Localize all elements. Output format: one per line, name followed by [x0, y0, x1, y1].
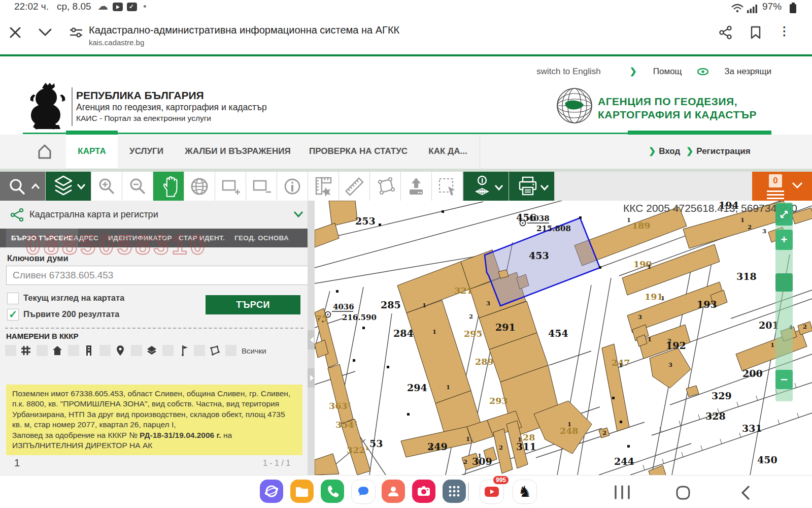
page-url[interactable]: kais.cadastre.bg	[89, 38, 144, 47]
filter-checkbox[interactable]	[5, 345, 16, 356]
browser-menu-icon[interactable]: ⋮	[779, 24, 790, 38]
search-button[interactable]: ТЪРСИ	[206, 295, 300, 314]
zoom-rect-in-tool-button[interactable]	[215, 172, 246, 201]
tab-zhalbi[interactable]: ЖАЛБИ И ВЪЗРАЖЕНИЯ	[175, 135, 301, 168]
filter-checkbox[interactable]	[68, 345, 79, 356]
svg-text:200: 200	[742, 368, 763, 379]
svg-text:2: 2	[602, 429, 606, 436]
camera-app-icon[interactable]	[412, 480, 435, 503]
svg-text:193: 193	[697, 299, 717, 310]
zoom-slider-handle[interactable]	[775, 273, 793, 292]
doc-line	[767, 190, 784, 193]
measure-area-tool-button[interactable]	[308, 172, 339, 201]
chess-app-icon[interactable]: ♞	[513, 480, 537, 504]
page-info: 1 - 1 / 1	[263, 459, 290, 468]
results-heading: НАМЕРЕНИ В КККР	[6, 332, 78, 340]
chevron-down-icon	[791, 181, 803, 189]
cart-documents-button[interactable]: 0	[752, 172, 812, 201]
bookmark-icon[interactable]	[749, 25, 762, 40]
close-tab-icon[interactable]	[8, 25, 22, 40]
recents-button[interactable]	[612, 485, 633, 500]
zoom-rect-out-tool-button[interactable]	[246, 172, 277, 201]
login-link[interactable]: ❯Вход	[649, 146, 680, 156]
result-detail-text: Поземлен имот 67338.605.453, област Слив…	[12, 389, 296, 430]
tab-uslugi[interactable]: УСЛУГИ	[118, 135, 176, 168]
panel-header[interactable]: Кадастрална карта и регистри	[0, 201, 310, 229]
select-tool-button[interactable]	[432, 172, 463, 201]
upload-tool-button[interactable]	[401, 172, 432, 201]
svg-text:2: 2	[469, 313, 473, 320]
polygon-icon	[374, 175, 396, 198]
filter-checkbox-all[interactable]	[225, 345, 236, 356]
doc-line	[767, 198, 784, 200]
search-tool-button[interactable]	[0, 172, 46, 201]
tab-kak-da[interactable]: КАК ДА...	[416, 135, 480, 168]
tab-quick-search[interactable]: БЪРЗО ТЪРСЕНЕ	[6, 229, 78, 247]
filter-checkbox[interactable]	[99, 345, 111, 356]
fullscreen-button[interactable]	[775, 203, 793, 226]
phone-app-icon[interactable]	[321, 480, 344, 503]
svg-text:289: 289	[475, 357, 494, 367]
svg-text:354¹: 354¹	[335, 420, 358, 430]
more-notifications-dot: •	[143, 1, 147, 12]
help-link[interactable]: ❯Помощ	[617, 67, 682, 76]
check-icon: ✓	[9, 308, 18, 321]
tab-geod-basis[interactable]: ГЕОД. ОСНОВА	[234, 229, 289, 247]
layers-tool-button[interactable]	[46, 172, 91, 201]
tab-identifier[interactable]: ИДЕНТИФИКАТОР	[108, 229, 172, 247]
page-number[interactable]: 1	[14, 457, 20, 469]
print-button[interactable]	[509, 172, 555, 201]
zoom-out-button[interactable]: −	[775, 370, 793, 389]
tab-old-ident[interactable]: СТАР ИДЕНТ.	[179, 229, 225, 247]
samsung-internet-app-icon[interactable]	[260, 480, 283, 503]
collapse-chevron-icon[interactable]	[38, 27, 53, 38]
polygon-tool-button[interactable]	[370, 172, 401, 201]
pan-tool-button[interactable]	[153, 172, 184, 201]
tab-karta[interactable]: КАРТА	[66, 135, 118, 168]
globe-tool-button[interactable]	[184, 172, 215, 201]
home-button[interactable]	[675, 485, 691, 501]
filter-checkbox[interactable]	[194, 345, 205, 356]
tab-proverka[interactable]: ПРОВЕРКА НА СТАТУС	[300, 135, 417, 168]
share-icon[interactable]	[719, 25, 733, 40]
result-filter-row: Всички	[5, 344, 303, 357]
youtube-app-icon[interactable]: 995	[480, 480, 504, 504]
chevron-down-icon[interactable]	[293, 211, 303, 218]
status-time: 22:02 ч.	[14, 1, 49, 12]
first-200-checkbox[interactable]: ✓	[7, 309, 19, 321]
map-viewport[interactable]: 2534564534542912852842942495330931124445…	[315, 201, 812, 475]
back-button[interactable]	[740, 485, 751, 501]
messages-app-icon[interactable]	[351, 480, 376, 504]
zoom-out-tool-button[interactable]	[122, 172, 153, 201]
filter-checkbox[interactable]	[37, 345, 48, 356]
zoom-in-button[interactable]: +	[775, 230, 793, 250]
info-tool-button[interactable]	[277, 172, 308, 201]
accessibility-link[interactable]: За незрящи	[697, 67, 771, 76]
svg-text:1: 1	[518, 436, 522, 443]
tab-address[interactable]: АДРЕС	[74, 229, 98, 247]
svg-text:1: 1	[446, 384, 450, 391]
contacts-app-icon[interactable]	[382, 480, 405, 503]
identify-layers-button[interactable]	[463, 172, 509, 201]
filter-checkbox[interactable]	[162, 345, 174, 356]
result-detail[interactable]: Поземлен имот 67338.605.453, област Слив…	[6, 385, 302, 455]
zoom-in-tool-button[interactable]	[91, 172, 122, 201]
filter-checkbox[interactable]	[131, 345, 142, 356]
files-app-icon[interactable]	[290, 480, 314, 503]
apps-grid-icon[interactable]	[443, 480, 466, 503]
logo-divider	[72, 87, 73, 126]
cadastral-map[interactable]: 2534564534542912852842942495330931124445…	[315, 201, 812, 475]
panel-title: Кадастрална карта и регистри	[29, 209, 158, 220]
current-view-checkbox[interactable]	[7, 293, 19, 304]
building-icon	[83, 345, 94, 356]
main-nav: КАРТА УСЛУГИ ЖАЛБИ И ВЪЗРАЖЕНИЯ ПРОВЕРКА…	[0, 135, 812, 169]
measure-distance-tool-button[interactable]	[339, 172, 370, 201]
home-tab[interactable]	[23, 135, 66, 168]
svg-text:284: 284	[393, 328, 414, 339]
register-link[interactable]: ❯Регистрация	[686, 146, 751, 156]
tune-settings-icon[interactable]	[69, 25, 83, 40]
select-rect-icon	[436, 175, 458, 198]
active-tab-indicator	[66, 131, 118, 135]
switch-to-english-link[interactable]: switch to English	[536, 67, 601, 76]
keywords-input[interactable]	[6, 266, 310, 285]
